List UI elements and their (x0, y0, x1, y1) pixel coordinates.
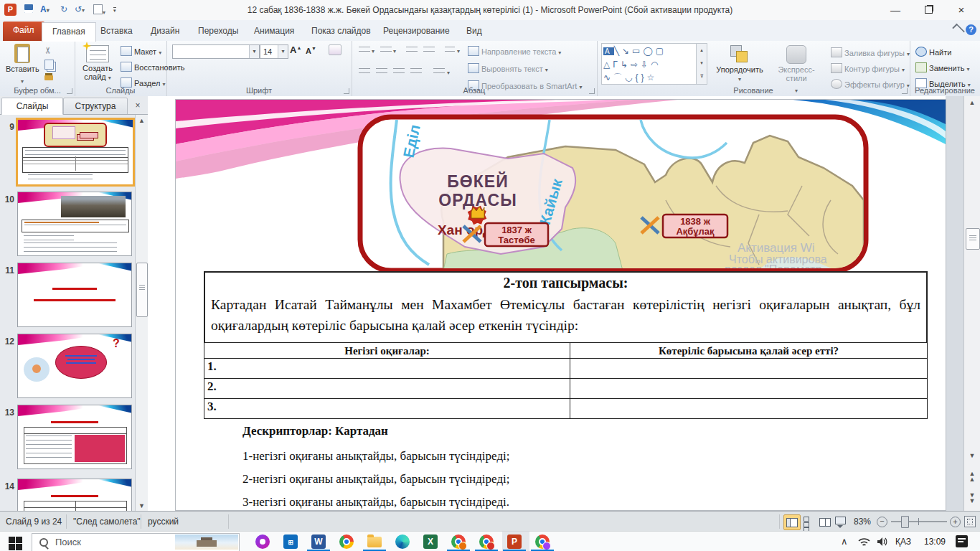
bullets-icon[interactable] (359, 47, 370, 55)
shape-outline-button[interactable]: Контур фигуры ▾ (831, 63, 905, 73)
tab-file[interactable]: Файл (3, 22, 44, 41)
find-button[interactable]: Найти (915, 47, 951, 57)
text-direction-button[interactable]: Направление текста ▾ (468, 46, 561, 56)
restore-button[interactable] (912, 0, 945, 20)
clipboard-dialog-launcher[interactable] (67, 88, 72, 94)
align-left-icon[interactable] (359, 68, 370, 77)
slide-thumbnail-13[interactable] (17, 405, 132, 469)
slideshow-view-button[interactable] (835, 517, 847, 527)
taskbar-chrome2-icon[interactable] (451, 534, 466, 550)
search-highlight-image[interactable] (175, 534, 238, 550)
numbering-icon[interactable] (380, 47, 392, 55)
zoom-slider-thumb[interactable] (901, 516, 909, 528)
reading-view-button[interactable] (819, 517, 831, 527)
slide-thumbnail-12[interactable]: ? (17, 334, 132, 398)
taskbar-powerpoint-icon[interactable]: P (507, 534, 522, 550)
shape-fill-button[interactable]: Заливка фигуры ▾ (831, 47, 910, 57)
quick-styles-button[interactable]: Экспресс-стили▾ (768, 44, 825, 88)
pane-scroll-thumb[interactable] (136, 263, 148, 317)
layout-button[interactable]: Макет ▾ (121, 46, 161, 56)
align-right-icon[interactable] (393, 68, 405, 77)
zoom-in-button[interactable]: + (950, 517, 961, 527)
slide-scrollbar[interactable]: ▲ ▼ ▲▲ ▼▼ (963, 96, 980, 511)
arrange-button[interactable]: Упорядочить▾ (712, 44, 768, 88)
taskbar-chrome4-icon[interactable] (534, 534, 550, 550)
start-button[interactable] (9, 536, 22, 550)
taskbar-store-icon[interactable]: ⊞ (283, 534, 298, 550)
grow-font-icon[interactable]: А▲ (290, 44, 301, 55)
replace-button[interactable]: Заменить ▾ (915, 62, 970, 72)
close-button[interactable]: × (945, 0, 978, 20)
search-box[interactable]: Поиск (32, 533, 240, 551)
tab-slideshow[interactable]: Показ слайдов (301, 22, 381, 40)
wifi-icon[interactable] (858, 537, 870, 547)
zoom-slider-track[interactable] (891, 521, 947, 522)
tab-slides-pane[interactable]: Слайды (1, 98, 63, 115)
tab-review[interactable]: Рецензирование (373, 22, 460, 40)
line-spacing-icon[interactable] (445, 47, 455, 55)
paragraph-dialog-launcher[interactable] (589, 88, 595, 94)
minimize-button[interactable]: — (879, 0, 912, 20)
font-dialog-launcher[interactable] (344, 88, 349, 94)
pane-scrollbar[interactable]: ▲ ▼ (135, 115, 148, 511)
tab-view[interactable]: Вид (456, 22, 492, 40)
font-size-combo[interactable]: 14▾ (260, 44, 288, 59)
theme-name[interactable]: "След самолета" (73, 512, 141, 532)
events-table[interactable]: Негізгі оқиғалар: Көтеріліс барысына қал… (204, 342, 928, 419)
slide-thumbnail-14[interactable] (17, 479, 132, 512)
taskbar-chrome-icon[interactable] (339, 534, 354, 550)
shrink-font-icon[interactable]: А▼ (306, 46, 316, 55)
action-center-icon[interactable] (956, 535, 968, 547)
collapse-ribbon-icon[interactable] (952, 24, 965, 37)
justify-icon[interactable] (410, 68, 422, 77)
close-pane-icon[interactable]: × (132, 100, 143, 111)
tab-home[interactable]: Главная (42, 22, 96, 42)
fit-to-window-button[interactable] (964, 516, 976, 527)
help-icon[interactable]: ? (966, 24, 976, 35)
keyboard-language[interactable]: ҚАЗ (895, 537, 911, 547)
next-slide-button[interactable]: ▼▼ (966, 492, 979, 504)
slide-thumbnail-11[interactable] (17, 263, 132, 327)
new-slide-button[interactable]: Создатьслайд ▾ (79, 44, 116, 90)
slide-thumbnail-10[interactable] (17, 192, 132, 256)
tab-animations[interactable]: Анимация (244, 22, 304, 40)
copy-icon[interactable] (44, 60, 54, 70)
tab-outline-pane[interactable]: Структура (63, 98, 128, 115)
slide-sorter-view-button[interactable] (804, 517, 815, 527)
slide-counter[interactable]: Слайд 9 из 24 (6, 512, 62, 532)
tab-transitions[interactable]: Переходы (188, 22, 248, 40)
previous-slide-button[interactable]: ▲▲ (966, 471, 979, 482)
volume-icon[interactable] (877, 537, 888, 547)
decrease-indent-icon[interactable] (406, 47, 418, 55)
pane-scroll-up-icon[interactable]: ▲ (136, 115, 148, 126)
drawing-dialog-launcher[interactable] (902, 88, 908, 94)
slide-canvas[interactable]: Еділ Жайык БӨКЕЙ ОРДАСЫ Хан ордасы 1837 … (175, 99, 946, 511)
taskbar-excel-icon[interactable]: X (423, 534, 438, 550)
tab-design[interactable]: Дизайн (141, 22, 189, 40)
shapes-scroll[interactable]: ▴▾⊽ (696, 44, 707, 84)
taskbar-alice-icon[interactable] (255, 534, 270, 550)
increase-indent-icon[interactable] (423, 47, 435, 55)
format-painter-icon[interactable] (44, 75, 53, 80)
align-text-button[interactable]: Выровнять текст ▾ (468, 63, 548, 73)
columns-icon[interactable] (433, 68, 445, 77)
taskbar-chrome3-icon[interactable] (479, 534, 494, 550)
zoom-level[interactable]: 83% (854, 512, 871, 532)
paste-button[interactable]: Вставить▾ (6, 44, 39, 85)
task-textbox[interactable]: 2-топ тапсырмасы: Картадан Исатай Тайман… (204, 271, 928, 344)
language-indicator[interactable]: русский (148, 512, 179, 532)
scroll-down-icon[interactable]: ▼ (966, 452, 979, 459)
normal-view-button[interactable] (783, 514, 801, 530)
scroll-up-icon[interactable]: ▲ (966, 99, 979, 106)
align-center-icon[interactable] (376, 68, 387, 77)
shapes-gallery[interactable]: A╲↘▭◯▢ △Γ↳⇨⇩◠ ∿⌒◡{}☆ ▴▾⊽ (601, 43, 707, 85)
clear-formatting-icon[interactable] (329, 44, 341, 55)
scroll-thumb[interactable] (966, 228, 980, 250)
tab-insert[interactable]: Вставка (90, 22, 143, 40)
pane-scroll-down-icon[interactable]: ▼ (136, 502, 148, 509)
cut-icon[interactable]: ✂ (43, 47, 53, 54)
slide-thumbnail-9[interactable] (16, 118, 135, 187)
taskbar-explorer-icon[interactable] (367, 534, 382, 550)
tray-expand-icon[interactable]: ∧ (841, 536, 848, 547)
zoom-out-button[interactable]: − (877, 517, 887, 527)
